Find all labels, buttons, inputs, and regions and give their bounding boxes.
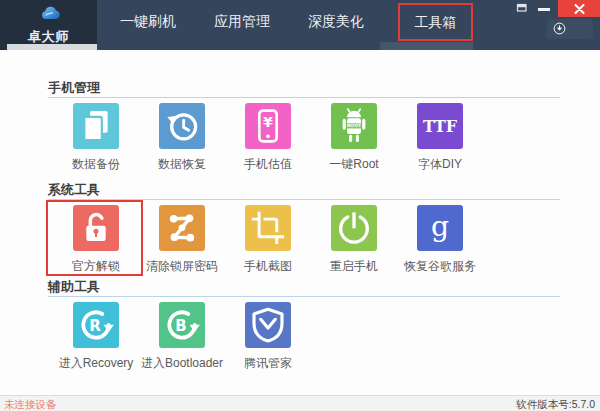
tool-label: 手机截图 <box>225 258 311 275</box>
tool-label: 进入Recovery <box>53 355 139 372</box>
svg-text:B: B <box>175 317 186 335</box>
bootloader-arrow-icon: B <box>159 302 205 348</box>
tool-tile-restart-phone[interactable]: 重启手机 <box>311 205 397 275</box>
tool-tile-enter-recovery[interactable]: R 进入Recovery <box>53 302 139 372</box>
minimize-button[interactable] <box>538 8 550 11</box>
svg-text:R: R <box>89 317 101 335</box>
cloud-swirl-icon <box>36 3 62 25</box>
section-title: 手机管理 <box>48 80 600 96</box>
section-title: 辅助工具 <box>48 279 600 295</box>
close-button[interactable] <box>558 0 600 17</box>
ttf-text-icon: TTF <box>417 103 463 149</box>
tool-tile-enter-bootloader[interactable]: B 进入Bootloader <box>139 302 225 372</box>
tool-tile-font-diy[interactable]: TTF 字体DIY <box>397 103 483 173</box>
nav-tab-one-key-flash[interactable]: 一键刷机 <box>117 0 179 42</box>
tool-tile-restore-google-services[interactable]: g 恢复谷歌服务 <box>397 205 483 275</box>
section-divider <box>48 97 560 98</box>
tool-section: 系统工具 官方解锁 清除锁屏密码 手机截图 重启手机 g 恢复谷歌服务 <box>0 182 600 275</box>
update-download-button[interactable] <box>547 19 593 39</box>
tool-label: 官方解锁 <box>53 258 139 275</box>
tool-label: 进入Bootloader <box>139 355 225 372</box>
tool-tile-phone-screenshot[interactable]: 手机截图 <box>225 205 311 275</box>
nav-tab-label: 工具箱 <box>415 14 457 30</box>
nav-tab-label: 应用管理 <box>214 13 270 29</box>
tool-label: 清除锁屏密码 <box>139 258 225 275</box>
app-window: 卓大师 一键刷机应用管理深度美化工具箱 手机管理 数据备份 <box>0 0 600 411</box>
version-label: 软件版本号:5.7.0 <box>516 398 595 411</box>
section-divider <box>48 296 560 297</box>
documents-icon <box>73 103 119 149</box>
nav-tab-label: 一键刷机 <box>120 13 176 29</box>
tool-label: 数据备份 <box>53 156 139 173</box>
logo-sub-tab <box>7 44 97 50</box>
svg-text:ROOT: ROOT <box>347 124 362 129</box>
close-x-icon <box>574 4 585 14</box>
tool-tile-data-backup[interactable]: 数据备份 <box>53 103 139 173</box>
pattern-dots-icon <box>159 205 205 251</box>
app-logo: 卓大师 <box>0 0 97 50</box>
tool-label: 重启手机 <box>311 258 397 275</box>
tool-tile-phone-valuation[interactable]: ¥ 手机估值 <box>225 103 311 173</box>
history-clock-icon <box>159 103 205 149</box>
restore-window-icon[interactable] <box>516 2 528 12</box>
svg-text:g: g <box>431 210 449 243</box>
google-g-icon: g <box>417 205 463 251</box>
tool-label: 数据恢复 <box>139 156 225 173</box>
tool-tile-clear-lockscreen-password[interactable]: 清除锁屏密码 <box>139 205 225 275</box>
tool-label: 恢复谷歌服务 <box>397 258 483 275</box>
nav-tab-toolbox[interactable]: 工具箱 <box>398 3 473 41</box>
section-divider <box>48 199 560 200</box>
tool-label: 手机估值 <box>225 156 311 173</box>
power-icon <box>331 205 377 251</box>
nav-tab-app-management[interactable]: 应用管理 <box>211 0 273 42</box>
shield-check-icon <box>245 302 291 348</box>
tool-tile-official-unlock[interactable]: 官方解锁 <box>53 205 139 275</box>
tool-label: 腾讯管家 <box>225 355 311 372</box>
device-status: 未连接设备 <box>4 398 57 411</box>
tool-tile-tencent-manager[interactable]: 腾讯管家 <box>225 302 311 372</box>
recovery-arrow-icon: R <box>73 302 119 348</box>
tool-label: 一键Root <box>311 156 397 173</box>
tool-label: 字体DIY <box>397 156 483 173</box>
download-update-icon <box>552 21 567 36</box>
crop-icon <box>245 205 291 251</box>
lock-open-icon <box>73 205 119 251</box>
tool-tile-data-recovery[interactable]: 数据恢复 <box>139 103 225 173</box>
toolbox-active-strip <box>380 42 473 50</box>
status-bar: 未连接设备 软件版本号:5.7.0 <box>0 395 600 411</box>
header-bar: 卓大师 一键刷机应用管理深度美化工具箱 <box>0 0 600 50</box>
svg-text:TTF: TTF <box>423 117 458 136</box>
tool-tile-one-key-root[interactable]: ROOT 一键Root <box>311 103 397 173</box>
nav-tab-label: 深度美化 <box>308 13 364 29</box>
tool-section: 辅助工具 R 进入Recovery B 进入Bootloader 腾讯管家 <box>0 279 600 372</box>
android-robot-icon: ROOT <box>331 103 377 149</box>
phone-yen-icon: ¥ <box>245 103 291 149</box>
section-title: 系统工具 <box>48 182 600 198</box>
nav-tab-deep-beautify[interactable]: 深度美化 <box>305 0 367 42</box>
tool-section: 手机管理 数据备份 数据恢复 ¥ 手机估值 ROOT 一键Root TTF 字体… <box>0 80 600 173</box>
svg-text:¥: ¥ <box>263 114 273 130</box>
